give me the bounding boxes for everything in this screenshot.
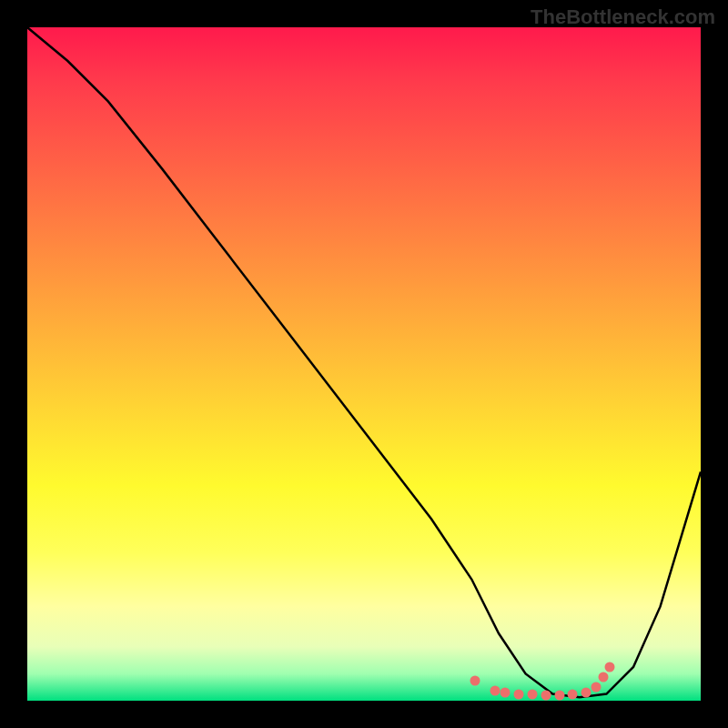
- marker-dot: [541, 691, 551, 701]
- watermark-text: TheBottleneck.com: [531, 5, 715, 29]
- marker-dot: [470, 675, 480, 685]
- chart-plot-area: [27, 27, 701, 701]
- marker-dot: [554, 691, 564, 701]
- marker-dot: [598, 672, 608, 682]
- marker-dot: [568, 690, 578, 700]
- marker-dot: [605, 662, 615, 672]
- marker-dot: [490, 685, 500, 695]
- marker-dot: [500, 688, 511, 698]
- marker-dot: [528, 690, 538, 700]
- marker-dot: [514, 689, 524, 699]
- marker-dot: [592, 682, 602, 693]
- marker-dot: [581, 688, 592, 698]
- marker-dots-layer: [27, 27, 701, 701]
